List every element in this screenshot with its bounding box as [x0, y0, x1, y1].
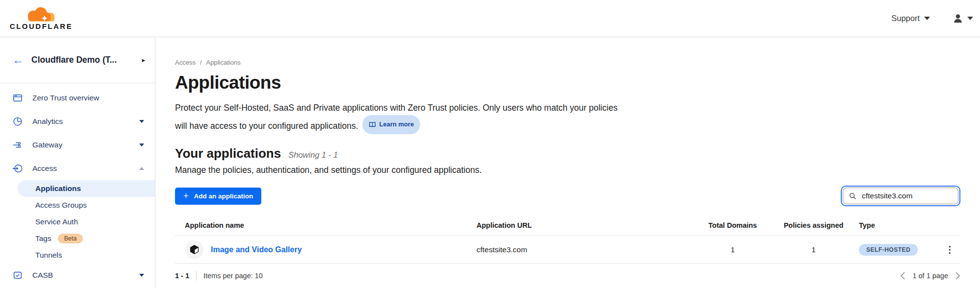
beta-badge: Beta	[58, 234, 83, 244]
learn-more-button[interactable]: Learn more	[362, 115, 421, 134]
caret-right-icon[interactable]: ▸	[142, 56, 145, 64]
breadcrumb-separator: /	[200, 59, 202, 66]
page-description: Protect your Self-Hosted, SaaS and Priva…	[175, 100, 621, 134]
table-header: Application name Application URL Total D…	[175, 215, 960, 236]
application-name-link[interactable]: Image and Video Gallery	[211, 245, 302, 254]
col-application-name: Application name	[175, 221, 477, 229]
sidebar-item-label: Tags	[35, 234, 51, 243]
add-application-button[interactable]: + Add an application	[175, 188, 261, 205]
sidebar-item-gateway[interactable]: Gateway	[0, 133, 155, 157]
plus-icon: +	[183, 192, 189, 200]
kebab-menu-icon[interactable]: ⋮	[945, 244, 955, 255]
showing-count: Showing 1 - 1	[288, 150, 338, 160]
sidebar-item-label: Analytics	[32, 117, 63, 126]
chevron-down-icon	[924, 17, 930, 20]
pie-chart-icon	[12, 116, 24, 127]
add-application-label: Add an application	[194, 192, 253, 200]
search-icon	[849, 192, 856, 200]
section-description: Manage the policies, authentication, and…	[175, 165, 960, 175]
sidebar-item-casb[interactable]: CASB	[0, 264, 155, 287]
support-menu[interactable]: Support	[891, 14, 930, 23]
sidebar-nav: Zero Trust overview Analytics	[0, 83, 155, 287]
top-bar: CLOUDFLARE Support	[0, 0, 980, 37]
sidebar-item-label: Applications	[35, 184, 81, 193]
pagination-divider	[196, 271, 197, 281]
section-header: Your applications Showing 1 - 1	[175, 146, 960, 161]
cloudflare-logo[interactable]: CLOUDFLARE	[9, 6, 74, 30]
actions-row: + Add an application	[175, 186, 960, 206]
back-arrow-icon[interactable]: ←	[12, 54, 24, 66]
main-content: Access / Applications Applications Prote…	[155, 37, 980, 288]
cloudflare-wordmark: CLOUDFLARE	[10, 22, 73, 30]
access-arrow-icon	[12, 163, 24, 174]
sidebar-item-zero-trust-overview[interactable]: Zero Trust overview	[0, 86, 155, 110]
breadcrumb-applications[interactable]: Applications	[206, 59, 241, 66]
window-icon	[12, 92, 24, 104]
topbar-right: Support	[891, 13, 973, 24]
total-domains-value: 1	[697, 245, 768, 254]
caret-up-icon	[139, 167, 144, 170]
sidebar-item-label: Zero Trust overview	[32, 94, 99, 102]
cloudflare-cloud-icon	[17, 6, 66, 23]
account-name: Cloudflare Demo (T...	[31, 55, 134, 65]
learn-more-label: Learn more	[379, 117, 414, 132]
sidebar-item-label: Tunnels	[35, 251, 62, 260]
sidebar-item-applications[interactable]: Applications	[18, 180, 155, 197]
sidebar-item-analytics[interactable]: Analytics	[0, 110, 155, 133]
sidebar-item-label: Access Groups	[35, 201, 87, 210]
sidebar-item-label: Access	[32, 164, 57, 173]
caret-down-icon	[139, 144, 144, 146]
col-total-domains: Total Domains	[697, 221, 768, 229]
support-label: Support	[891, 14, 920, 23]
breadcrumb: Access / Applications	[175, 59, 960, 66]
sidebar-item-tags[interactable]: Tags Beta	[0, 230, 155, 247]
table-row: Image and Video Gallery cftestsite3.com …	[175, 236, 960, 264]
application-cube-icon	[185, 240, 203, 259]
sidebar-account-header: ← Cloudflare Demo (T... ▸	[0, 37, 155, 83]
sidebar-item-service-auth[interactable]: Service Auth	[0, 214, 155, 230]
policies-assigned-value: 1	[768, 245, 859, 254]
sidebar-item-access-groups[interactable]: Access Groups	[0, 197, 155, 214]
chevron-left-icon[interactable]	[900, 271, 905, 280]
search-box	[843, 188, 958, 204]
chevron-down-icon	[967, 17, 973, 20]
col-policies-assigned: Policies assigned	[768, 221, 859, 229]
gateway-icon	[12, 139, 24, 151]
breadcrumb-access[interactable]: Access	[175, 59, 196, 66]
section-title: Your applications	[175, 146, 281, 161]
sidebar-item-label: Service Auth	[35, 217, 78, 226]
sidebar-item-tunnels[interactable]: Tunnels	[0, 247, 155, 264]
items-per-page[interactable]: Items per page: 10	[203, 272, 263, 280]
chevron-right-icon[interactable]	[955, 271, 960, 280]
user-menu[interactable]	[953, 13, 973, 24]
sidebar-item-access[interactable]: Access	[0, 157, 155, 180]
book-icon	[369, 121, 376, 128]
pagination-bar: 1 - 1 Items per page: 10 1 of 1 page	[175, 264, 960, 288]
pagination-range: 1 - 1	[175, 272, 189, 280]
search-focus-ring	[841, 186, 960, 206]
col-type: Type	[859, 221, 942, 229]
col-application-url: Application URL	[477, 221, 697, 229]
caret-down-icon	[139, 274, 144, 277]
caret-down-icon	[139, 120, 144, 123]
application-url-value: cftestsite3.com	[477, 245, 697, 254]
page-indicator: 1 of 1 page	[912, 272, 948, 280]
sidebar-item-label: CASB	[32, 271, 53, 280]
search-input[interactable]	[861, 191, 952, 201]
type-badge: SELF-HOSTED	[859, 244, 918, 256]
person-icon	[953, 13, 963, 24]
casb-check-icon	[12, 269, 24, 281]
sidebar-item-label: Gateway	[32, 141, 62, 149]
sidebar: ← Cloudflare Demo (T... ▸ Zero Trust ove…	[0, 37, 155, 288]
page-title: Applications	[175, 72, 960, 93]
